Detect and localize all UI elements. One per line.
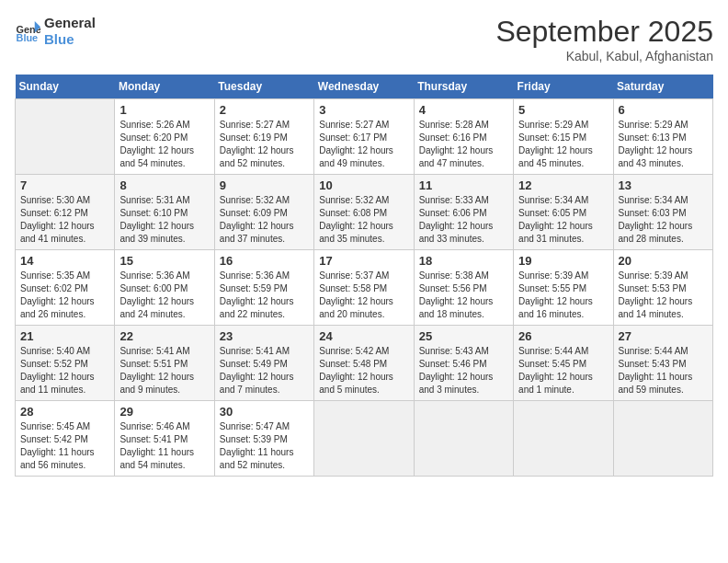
day-info: Sunrise: 5:35 AM Sunset: 6:02 PM Dayligh… bbox=[20, 270, 109, 321]
day-number: 1 bbox=[119, 103, 209, 117]
logo-line2: Blue bbox=[44, 31, 96, 48]
calendar-day: 19Sunrise: 5:39 AM Sunset: 5:55 PM Dayli… bbox=[514, 250, 613, 326]
calendar-day: 10Sunrise: 5:32 AM Sunset: 6:08 PM Dayli… bbox=[314, 175, 414, 250]
calendar-day: 22Sunrise: 5:41 AM Sunset: 5:51 PM Dayli… bbox=[115, 326, 214, 401]
weekday-header-thursday: Thursday bbox=[414, 75, 513, 99]
weekday-header-row: SundayMondayTuesdayWednesdayThursdayFrid… bbox=[16, 75, 713, 99]
day-info: Sunrise: 5:29 AM Sunset: 6:15 PM Dayligh… bbox=[518, 119, 608, 170]
day-info: Sunrise: 5:30 AM Sunset: 6:12 PM Dayligh… bbox=[20, 194, 109, 246]
day-info: Sunrise: 5:44 AM Sunset: 5:45 PM Dayligh… bbox=[518, 345, 608, 396]
calendar-day bbox=[414, 401, 513, 477]
calendar-day: 11Sunrise: 5:33 AM Sunset: 6:06 PM Dayli… bbox=[414, 175, 513, 250]
day-number: 6 bbox=[619, 103, 708, 117]
calendar-day bbox=[613, 401, 712, 477]
month-title: September 2025 bbox=[495, 15, 713, 49]
calendar-week-2: 7Sunrise: 5:30 AM Sunset: 6:12 PM Daylig… bbox=[16, 175, 713, 250]
day-number: 17 bbox=[319, 254, 408, 268]
weekday-header-monday: Monday bbox=[115, 75, 214, 99]
calendar-day: 13Sunrise: 5:34 AM Sunset: 6:03 PM Dayli… bbox=[613, 175, 712, 250]
title-block: September 2025 Kabul, Kabul, Afghanistan bbox=[495, 15, 713, 63]
weekday-header-wednesday: Wednesday bbox=[314, 75, 414, 99]
calendar-week-1: 1Sunrise: 5:26 AM Sunset: 6:20 PM Daylig… bbox=[16, 99, 713, 175]
calendar-day: 24Sunrise: 5:42 AM Sunset: 5:48 PM Dayli… bbox=[314, 326, 414, 401]
day-info: Sunrise: 5:41 AM Sunset: 5:51 PM Dayligh… bbox=[119, 345, 209, 396]
calendar-day bbox=[16, 99, 115, 175]
calendar-week-3: 14Sunrise: 5:35 AM Sunset: 6:02 PM Dayli… bbox=[16, 250, 713, 326]
calendar-day: 14Sunrise: 5:35 AM Sunset: 6:02 PM Dayli… bbox=[16, 250, 115, 326]
day-number: 2 bbox=[220, 103, 309, 117]
day-info: Sunrise: 5:41 AM Sunset: 5:49 PM Dayligh… bbox=[220, 345, 309, 396]
day-number: 28 bbox=[20, 405, 109, 419]
day-number: 19 bbox=[518, 254, 608, 268]
calendar-day: 12Sunrise: 5:34 AM Sunset: 6:05 PM Dayli… bbox=[514, 175, 613, 250]
day-info: Sunrise: 5:32 AM Sunset: 6:08 PM Dayligh… bbox=[319, 194, 408, 246]
day-number: 26 bbox=[518, 329, 608, 343]
day-number: 18 bbox=[419, 254, 508, 268]
calendar-week-4: 21Sunrise: 5:40 AM Sunset: 5:52 PM Dayli… bbox=[16, 326, 713, 401]
day-number: 25 bbox=[419, 329, 508, 343]
day-info: Sunrise: 5:27 AM Sunset: 6:17 PM Dayligh… bbox=[319, 119, 408, 170]
weekday-header-sunday: Sunday bbox=[16, 75, 115, 99]
day-info: Sunrise: 5:38 AM Sunset: 5:56 PM Dayligh… bbox=[419, 270, 508, 321]
day-number: 21 bbox=[20, 329, 109, 343]
day-number: 12 bbox=[518, 178, 608, 192]
day-number: 27 bbox=[619, 329, 708, 343]
day-number: 23 bbox=[220, 329, 309, 343]
day-info: Sunrise: 5:36 AM Sunset: 5:59 PM Dayligh… bbox=[220, 270, 309, 321]
day-info: Sunrise: 5:37 AM Sunset: 5:58 PM Dayligh… bbox=[319, 270, 408, 321]
day-info: Sunrise: 5:40 AM Sunset: 5:52 PM Dayligh… bbox=[20, 345, 109, 396]
day-number: 29 bbox=[119, 405, 209, 419]
calendar-day: 4Sunrise: 5:28 AM Sunset: 6:16 PM Daylig… bbox=[414, 99, 513, 175]
calendar-day: 23Sunrise: 5:41 AM Sunset: 5:49 PM Dayli… bbox=[214, 326, 313, 401]
day-info: Sunrise: 5:27 AM Sunset: 6:19 PM Dayligh… bbox=[220, 119, 309, 170]
day-number: 20 bbox=[619, 254, 708, 268]
calendar-day: 21Sunrise: 5:40 AM Sunset: 5:52 PM Dayli… bbox=[16, 326, 115, 401]
weekday-header-friday: Friday bbox=[514, 75, 613, 99]
day-info: Sunrise: 5:34 AM Sunset: 6:03 PM Dayligh… bbox=[619, 194, 708, 246]
day-info: Sunrise: 5:39 AM Sunset: 5:53 PM Dayligh… bbox=[619, 270, 708, 321]
day-info: Sunrise: 5:42 AM Sunset: 5:48 PM Dayligh… bbox=[319, 345, 408, 396]
calendar-day: 9Sunrise: 5:32 AM Sunset: 6:09 PM Daylig… bbox=[214, 175, 313, 250]
weekday-header-saturday: Saturday bbox=[613, 75, 712, 99]
logo-line1: General bbox=[44, 15, 96, 31]
day-number: 14 bbox=[20, 254, 109, 268]
calendar-day: 7Sunrise: 5:30 AM Sunset: 6:12 PM Daylig… bbox=[16, 175, 115, 250]
calendar-day: 1Sunrise: 5:26 AM Sunset: 6:20 PM Daylig… bbox=[115, 99, 214, 175]
day-info: Sunrise: 5:43 AM Sunset: 5:46 PM Dayligh… bbox=[419, 345, 508, 396]
logo: General Blue General Blue bbox=[15, 15, 96, 48]
calendar-day: 15Sunrise: 5:36 AM Sunset: 6:00 PM Dayli… bbox=[115, 250, 214, 326]
calendar-day: 5Sunrise: 5:29 AM Sunset: 6:15 PM Daylig… bbox=[514, 99, 613, 175]
calendar-table: SundayMondayTuesdayWednesdayThursdayFrid… bbox=[15, 75, 713, 477]
calendar-day: 26Sunrise: 5:44 AM Sunset: 5:45 PM Dayli… bbox=[514, 326, 613, 401]
day-number: 30 bbox=[220, 405, 309, 419]
day-number: 15 bbox=[119, 254, 209, 268]
day-number: 3 bbox=[319, 103, 408, 117]
day-number: 13 bbox=[619, 178, 708, 192]
day-info: Sunrise: 5:46 AM Sunset: 5:41 PM Dayligh… bbox=[119, 420, 209, 472]
day-info: Sunrise: 5:33 AM Sunset: 6:06 PM Dayligh… bbox=[419, 194, 508, 246]
weekday-header-tuesday: Tuesday bbox=[214, 75, 313, 99]
svg-text:Blue: Blue bbox=[17, 32, 39, 43]
calendar-day: 27Sunrise: 5:44 AM Sunset: 5:43 PM Dayli… bbox=[613, 326, 712, 401]
day-info: Sunrise: 5:26 AM Sunset: 6:20 PM Dayligh… bbox=[119, 119, 209, 170]
day-number: 7 bbox=[20, 178, 109, 192]
day-info: Sunrise: 5:36 AM Sunset: 6:00 PM Dayligh… bbox=[119, 270, 209, 321]
day-info: Sunrise: 5:34 AM Sunset: 6:05 PM Dayligh… bbox=[518, 194, 608, 246]
day-info: Sunrise: 5:29 AM Sunset: 6:13 PM Dayligh… bbox=[619, 119, 708, 170]
day-info: Sunrise: 5:32 AM Sunset: 6:09 PM Dayligh… bbox=[220, 194, 309, 246]
day-number: 10 bbox=[319, 178, 408, 192]
page-header: General Blue General Blue September 2025… bbox=[15, 15, 713, 63]
day-number: 9 bbox=[220, 178, 309, 192]
day-info: Sunrise: 5:28 AM Sunset: 6:16 PM Dayligh… bbox=[419, 119, 508, 170]
day-number: 8 bbox=[119, 178, 209, 192]
calendar-day: 28Sunrise: 5:45 AM Sunset: 5:42 PM Dayli… bbox=[16, 401, 115, 477]
calendar-day: 2Sunrise: 5:27 AM Sunset: 6:19 PM Daylig… bbox=[214, 99, 313, 175]
day-info: Sunrise: 5:39 AM Sunset: 5:55 PM Dayligh… bbox=[518, 270, 608, 321]
day-info: Sunrise: 5:47 AM Sunset: 5:39 PM Dayligh… bbox=[220, 420, 309, 472]
day-info: Sunrise: 5:31 AM Sunset: 6:10 PM Dayligh… bbox=[119, 194, 209, 246]
calendar-day bbox=[514, 401, 613, 477]
day-number: 24 bbox=[319, 329, 408, 343]
calendar-day bbox=[314, 401, 414, 477]
location-subtitle: Kabul, Kabul, Afghanistan bbox=[495, 49, 713, 63]
calendar-day: 17Sunrise: 5:37 AM Sunset: 5:58 PM Dayli… bbox=[314, 250, 414, 326]
